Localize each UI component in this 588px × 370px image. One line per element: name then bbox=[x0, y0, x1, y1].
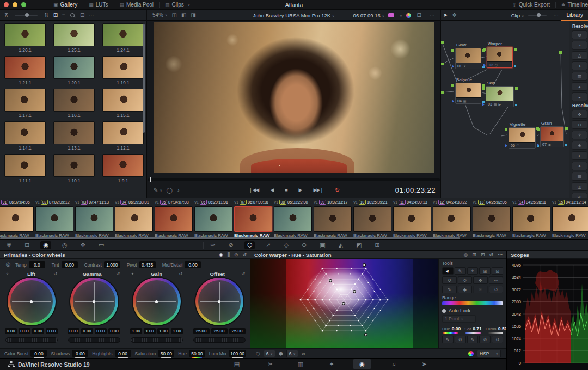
draw-tool-button[interactable]: ✎ bbox=[455, 267, 466, 275]
warper-control-point[interactable] bbox=[342, 303, 345, 305]
color-warper-canvas[interactable] bbox=[250, 259, 438, 348]
node-zoom-slider[interactable] bbox=[528, 15, 547, 16]
auto-lock-toggle[interactable] bbox=[442, 309, 446, 313]
media-pool-toggle-button[interactable]: ▤Media Pool bbox=[114, 0, 160, 10]
warper-options-icon[interactable]: ⋯ bbox=[498, 252, 503, 257]
still-item[interactable]: 1.17.1 bbox=[4, 89, 46, 118]
gain-reset-icon[interactable]: ↺ bbox=[179, 272, 182, 276]
list-view-icon[interactable]: ≡ bbox=[60, 11, 68, 19]
timeline-clip-12[interactable]: V11204:24:33:22Blackmagic RAW bbox=[433, 199, 471, 238]
offset-r-value[interactable]: 25.00 bbox=[193, 328, 210, 334]
fx-item[interactable]: ◈ bbox=[572, 141, 587, 150]
still-item[interactable]: 1.16.1 bbox=[53, 89, 95, 118]
highlights-value[interactable]: 0.00 bbox=[115, 350, 131, 357]
fit-tool-button[interactable]: ⊞ bbox=[479, 267, 491, 275]
expand-gallery-icon[interactable]: ⊡ bbox=[78, 11, 87, 19]
gain-b-value[interactable]: 1.00 bbox=[171, 328, 183, 334]
fairlight-page-button[interactable]: ♫ bbox=[384, 359, 403, 369]
minimize-window-icon[interactable] bbox=[13, 2, 17, 7]
node-warper[interactable]: Warper 02⬡ bbox=[487, 41, 513, 68]
still-thumbnail[interactable] bbox=[102, 23, 144, 46]
gain-adjust-icon[interactable]: ✦ bbox=[131, 272, 134, 276]
still-thumbnail[interactable] bbox=[53, 56, 95, 79]
maximize-window-icon[interactable] bbox=[21, 2, 26, 7]
reset-primaries-icon[interactable]: ↺ bbox=[242, 252, 247, 258]
clip-thumbnail[interactable] bbox=[512, 206, 550, 232]
timeline-clip-01[interactable]: V10106:37:04:06Blackmagic RAW bbox=[0, 199, 34, 238]
gallery-toggle-button[interactable]: ▣Gallery bbox=[48, 0, 83, 10]
curves-icon[interactable]: ✑ bbox=[208, 241, 217, 249]
timeline-clip-02[interactable]: V10207:02:09:12Blackmagic RAW bbox=[35, 199, 74, 238]
timeline-clip-09[interactable]: V10910:02:33:17Blackmagic RAW bbox=[314, 199, 352, 238]
lift-color-wheel[interactable] bbox=[8, 278, 56, 325]
gain-master-slider[interactable] bbox=[131, 337, 183, 343]
contrast-value[interactable]: 1.000 bbox=[104, 261, 120, 268]
camera-raw-icon[interactable]: ✾ bbox=[4, 241, 14, 249]
quick-export-button[interactable]: ⇪Quick Export bbox=[507, 0, 555, 10]
still-thumbnail[interactable] bbox=[102, 121, 144, 144]
fx-item[interactable]: ✧ bbox=[572, 131, 587, 139]
color-boost-value[interactable]: 0.00 bbox=[30, 350, 47, 357]
still-item[interactable]: 1.26.1 bbox=[4, 23, 46, 53]
lift-g-value[interactable]: 0.00 bbox=[32, 328, 44, 334]
clip-thumbnail[interactable] bbox=[75, 206, 113, 232]
clip-thumbnail[interactable] bbox=[35, 206, 74, 232]
clip-thumbnail[interactable] bbox=[274, 206, 312, 232]
hand-tool-icon[interactable]: ✥ bbox=[450, 11, 458, 19]
rotate-cw-button[interactable]: ↻ bbox=[458, 276, 473, 284]
fx-item[interactable]: ⊙ bbox=[572, 120, 587, 129]
warper-reset-icon[interactable]: ↺ bbox=[489, 252, 493, 257]
still-thumbnail[interactable] bbox=[53, 154, 95, 177]
gamma-b-value[interactable]: 0.00 bbox=[108, 328, 120, 334]
node-vignette[interactable]: Vignette 06⬭ bbox=[509, 122, 536, 149]
grid-view-icon[interactable]: ⊞ bbox=[51, 11, 60, 19]
rotate-ccw-button[interactable]: ↺ bbox=[442, 276, 457, 284]
gain-r-value[interactable]: 1.00 bbox=[144, 328, 156, 334]
clip-thumbnail[interactable] bbox=[473, 206, 511, 232]
scopes-header[interactable]: Scopes bbox=[507, 251, 588, 259]
lift-master-slider[interactable] bbox=[5, 337, 58, 343]
still-item[interactable]: 1.12.1 bbox=[102, 121, 144, 151]
node-skin[interactable]: Skin 03▩▶ bbox=[486, 81, 514, 107]
wheels-mode-icon[interactable]: ◉ bbox=[219, 252, 223, 258]
node-mode-select[interactable]: Clip∨ bbox=[511, 13, 524, 18]
timeline-clip-14[interactable]: V11404:26:28:11Blackmagic RAW bbox=[512, 199, 550, 238]
window-icon[interactable]: ◇ bbox=[282, 241, 291, 249]
spread-button[interactable]: ✥ bbox=[473, 276, 488, 284]
fx-item[interactable]: ◓ bbox=[572, 162, 587, 170]
offset-g-value[interactable]: 25.00 bbox=[211, 328, 228, 334]
add-point-button[interactable]: ✎ bbox=[442, 286, 457, 293]
lift-r-value[interactable]: 0.00 bbox=[19, 328, 30, 334]
still-item[interactable]: 1.10.1 bbox=[53, 154, 95, 183]
fx-item[interactable]: ◕ bbox=[572, 82, 587, 91]
blur-icon[interactable]: ◭ bbox=[336, 241, 345, 249]
still-thumbnail[interactable] bbox=[4, 121, 46, 144]
still-thumbnail[interactable] bbox=[4, 56, 46, 79]
tint-value[interactable]: 0.00 bbox=[62, 261, 78, 268]
warper-control-point[interactable] bbox=[363, 264, 366, 267]
gallery-scrollbar[interactable] bbox=[143, 24, 145, 133]
lift-b-value[interactable]: 0.00 bbox=[46, 328, 58, 334]
timeline-clip-15[interactable]: V11504:13:12:14Blackmagic RAW bbox=[552, 199, 588, 238]
timeline-clip-11[interactable]: V11104:24:00:13Blackmagic RAW bbox=[393, 199, 431, 238]
rgb-mixer-icon[interactable]: ✥ bbox=[78, 241, 88, 249]
sizing-icon[interactable]: ⊞ bbox=[373, 241, 382, 249]
link-icon[interactable]: ∞ bbox=[302, 351, 305, 356]
still-thumbnail[interactable] bbox=[53, 121, 95, 144]
offset-b-value[interactable]: 25.00 bbox=[229, 328, 246, 334]
clip-thumbnail[interactable] bbox=[353, 206, 391, 232]
lift-reset-icon[interactable]: ↺ bbox=[53, 272, 57, 276]
tracker-icon[interactable]: ⊙ bbox=[299, 241, 309, 249]
timeline-clip-13[interactable]: V11304:25:02:06Blackmagic RAW bbox=[473, 199, 511, 238]
clip-camera-select[interactable]: John Brawley URSA Mini Pro 12K∨ bbox=[147, 13, 440, 18]
play-button[interactable]: ▶ bbox=[297, 186, 304, 194]
node-options-icon[interactable]: ⋯ bbox=[551, 11, 561, 19]
log-mode-icon[interactable]: ⊙ bbox=[234, 252, 238, 258]
fx-item[interactable]: △ bbox=[572, 51, 587, 60]
clip-thumbnail[interactable] bbox=[314, 206, 352, 232]
gallery-options-icon[interactable]: ⋯ bbox=[87, 11, 96, 19]
clip-thumbnail[interactable] bbox=[194, 206, 232, 232]
select-tool-button[interactable]: ➤ bbox=[442, 267, 454, 275]
still-item[interactable]: 1.9.1 bbox=[102, 154, 144, 183]
still-thumbnail[interactable] bbox=[102, 154, 144, 177]
